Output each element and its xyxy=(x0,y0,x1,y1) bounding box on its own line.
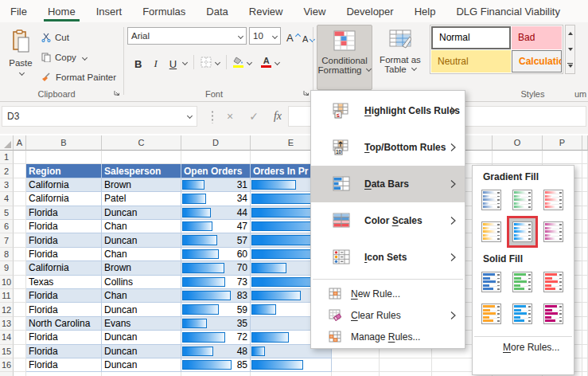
cell-C7[interactable]: Duncan xyxy=(102,233,181,247)
cell-D1[interactable] xyxy=(181,151,251,164)
cell-D3[interactable]: 31 xyxy=(181,178,251,192)
column-header-O[interactable]: O xyxy=(493,135,543,151)
tab-insert[interactable]: Insert xyxy=(86,0,133,22)
font-color-icon[interactable]: A xyxy=(261,57,271,69)
cell-C1[interactable] xyxy=(102,151,181,164)
name-box[interactable]: D3 xyxy=(2,106,197,127)
tab-dlg-financial-viability[interactable]: DLG Financial Viability xyxy=(446,0,570,22)
cell-D5[interactable]: 44 xyxy=(181,206,251,220)
row-header-15[interactable]: 15 xyxy=(0,345,14,358)
insert-function-button[interactable]: fx xyxy=(267,106,288,127)
cell-C14[interactable]: Duncan xyxy=(102,331,181,344)
name-box-dropdown-icon[interactable] xyxy=(187,112,193,118)
cell-D15[interactable]: 48 xyxy=(181,345,251,358)
cell-F17[interactable] xyxy=(332,372,380,376)
cell-A12[interactable] xyxy=(14,303,26,316)
cell-D17[interactable] xyxy=(181,372,251,376)
font-size-combo[interactable]: 10 xyxy=(249,27,281,45)
cell-D13[interactable]: 35 xyxy=(181,317,251,331)
cell-C6[interactable]: Chan xyxy=(102,220,181,233)
cell-A7[interactable] xyxy=(14,233,26,247)
row-header-5[interactable]: 5 xyxy=(0,206,14,220)
font-dialog-launcher-icon[interactable] xyxy=(302,89,310,97)
cell-C11[interactable]: Chan xyxy=(102,289,181,303)
row-header-8[interactable]: 8 xyxy=(0,248,14,261)
solid-data-bar-swatch-3[interactable] xyxy=(538,266,569,298)
cell-C16[interactable]: Duncan xyxy=(102,358,181,372)
bold-button[interactable]: B xyxy=(132,53,144,71)
cell-D7[interactable]: 57 xyxy=(181,233,251,247)
cell-D11[interactable]: 83 xyxy=(181,289,251,303)
cell-A17[interactable] xyxy=(14,372,26,376)
cell-Q10[interactable] xyxy=(582,276,588,289)
cell-Q5[interactable] xyxy=(582,206,588,220)
gradient-data-bar-swatch-1[interactable] xyxy=(476,184,507,216)
cell-C17[interactable] xyxy=(102,372,181,376)
format-painter-button[interactable]: Format Painter xyxy=(41,69,116,86)
cell-D6[interactable]: 47 xyxy=(181,220,251,233)
styles-gallery-more-icon[interactable] xyxy=(566,57,574,73)
row-header-7[interactable]: 7 xyxy=(0,233,14,247)
cell-D16[interactable]: 85 xyxy=(181,358,251,372)
paste-button[interactable]: Paste xyxy=(5,25,37,90)
cell-A10[interactable] xyxy=(14,276,26,289)
cell-Q2[interactable] xyxy=(582,164,588,178)
cell-B12[interactable]: Florida xyxy=(26,303,102,316)
column-header-D[interactable]: D xyxy=(181,135,251,151)
cell-B3[interactable]: California xyxy=(26,178,102,192)
menu-item-scales[interactable]: Color Scales xyxy=(311,202,465,239)
styles-gallery-up-icon[interactable] xyxy=(566,25,574,41)
menu-item-rules[interactable]: Manage Rules... xyxy=(311,326,465,347)
tab-developer[interactable]: Developer xyxy=(336,0,403,22)
menu-item-new-rule[interactable]: New Rule... xyxy=(311,283,465,304)
menu-item-top-bottom-rules[interactable]: 10Top/Bottom Rules xyxy=(311,129,465,166)
gradient-data-bar-swatch-6[interactable] xyxy=(538,216,569,248)
cell-C3[interactable]: Brown xyxy=(102,178,181,192)
clipboard-dialog-launcher-icon[interactable] xyxy=(113,89,121,97)
row-header-13[interactable]: 13 xyxy=(0,317,14,331)
cell-Q11[interactable] xyxy=(582,289,588,303)
cell-B8[interactable]: Florida xyxy=(26,248,102,261)
row-header-4[interactable]: 4 xyxy=(0,192,14,206)
gradient-data-bar-swatch-3[interactable] xyxy=(538,184,569,216)
cell-G16[interactable] xyxy=(380,358,432,372)
cell-B6[interactable]: Florida xyxy=(26,220,102,233)
cell-C13[interactable]: Evans xyxy=(102,317,181,331)
cell-A5[interactable] xyxy=(14,206,26,220)
cell-C8[interactable]: Chan xyxy=(102,248,181,261)
cell-C12[interactable]: Duncan xyxy=(102,303,181,316)
cell-A3[interactable] xyxy=(14,178,26,192)
cell-Q1[interactable] xyxy=(582,151,588,164)
menu-item-highlight-cells-rules[interactable]: ≤Highlight Cells Rules xyxy=(311,92,465,129)
cell-Q15[interactable] xyxy=(582,345,588,358)
cell-C2[interactable]: Salesperson xyxy=(102,164,181,178)
cell-Q7[interactable] xyxy=(582,233,588,247)
tab-home[interactable]: Home xyxy=(37,0,86,22)
cell-E17[interactable] xyxy=(251,372,332,376)
cell-B1[interactable] xyxy=(26,151,102,164)
cell-B10[interactable]: Texas xyxy=(26,276,102,289)
tab-help[interactable]: Help xyxy=(404,0,446,22)
italic-button[interactable]: I xyxy=(151,53,159,71)
row-header-10[interactable]: 10 xyxy=(0,276,14,289)
gradient-data-bar-swatch-5[interactable] xyxy=(507,216,538,248)
font-color-dropdown-icon[interactable] xyxy=(275,59,280,65)
cell-Q13[interactable] xyxy=(582,317,588,331)
cell-D4[interactable]: 34 xyxy=(181,192,251,206)
fill-color-icon[interactable] xyxy=(233,57,243,69)
column-header-A[interactable]: A xyxy=(14,135,26,151)
cell-D14[interactable]: 72 xyxy=(181,331,251,344)
row-header-3[interactable]: 3 xyxy=(0,178,14,192)
style-cell-bad[interactable]: Bad xyxy=(512,26,562,49)
gradient-data-bar-swatch-2[interactable] xyxy=(507,184,538,216)
cell-A1[interactable] xyxy=(14,151,26,164)
select-all-corner[interactable] xyxy=(0,135,14,151)
cell-Q12[interactable] xyxy=(582,303,588,316)
menu-item-data-bars[interactable]: Data Bars xyxy=(311,166,465,202)
tab-file[interactable]: File xyxy=(0,0,37,22)
row-header-9[interactable]: 9 xyxy=(0,261,14,275)
cell-Q16[interactable] xyxy=(582,358,588,372)
cell-E16[interactable] xyxy=(251,358,332,372)
cell-B5[interactable]: Florida xyxy=(26,206,102,220)
cell-Q9[interactable] xyxy=(582,261,588,275)
